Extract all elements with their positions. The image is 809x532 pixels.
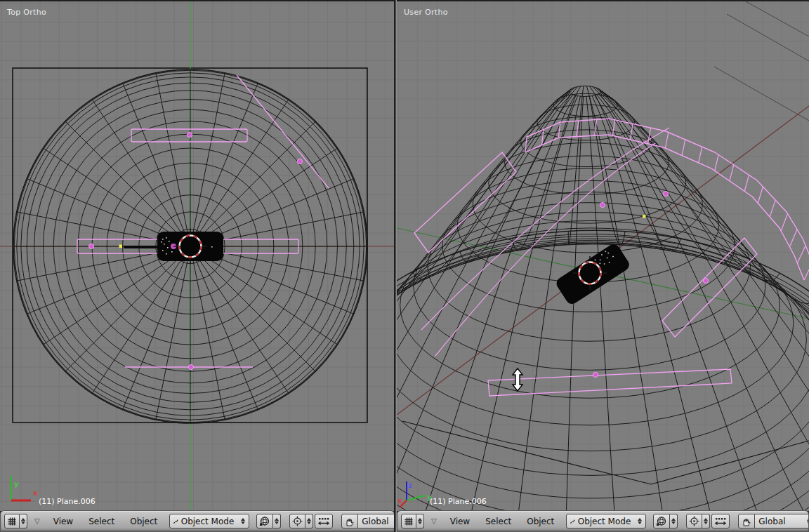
draw-type-spinner[interactable] — [273, 514, 281, 528]
menu-view[interactable]: View — [53, 517, 73, 526]
pan-hand-button[interactable] — [341, 514, 358, 528]
3d-view-top-ortho[interactable] — [0, 1, 395, 511]
hand-pan-icon — [344, 516, 355, 527]
viewport-header: ▽ View Select Object Object Mode — [397, 510, 809, 532]
axis-x-label: x — [33, 489, 37, 497]
mode-dropdown-arrows-icon — [638, 516, 642, 526]
grid-icon — [404, 517, 414, 526]
mode-dropdown[interactable]: Object Mode — [566, 514, 646, 528]
active-object-info: (11) Plane.006 — [39, 497, 96, 506]
menu-collapse-toggle[interactable]: ▽ — [431, 517, 437, 525]
pan-hand-button[interactable] — [738, 514, 755, 528]
mode-dropdown-arrows-icon — [241, 516, 245, 526]
3d-view-user-ortho[interactable] — [397, 1, 809, 511]
manipulator-button[interactable] — [711, 514, 730, 528]
object-mode-arrow-icon — [570, 517, 574, 526]
mode-dropdown[interactable]: Object Mode — [169, 514, 249, 528]
pivot-point-button[interactable] — [289, 514, 305, 528]
manipulator-button[interactable] — [315, 514, 333, 528]
pivot-point-spinner[interactable] — [305, 514, 313, 528]
draw-type-spinner[interactable] — [670, 514, 678, 528]
axis-x-label: x — [397, 497, 402, 505]
editor-type-button[interactable] — [4, 514, 20, 528]
pivot-point-icon — [689, 516, 699, 526]
mode-dropdown-value: Object Mode — [181, 517, 235, 526]
menu-collapse-toggle[interactable]: ▽ — [34, 517, 40, 525]
hand-pan-icon — [741, 516, 752, 527]
viewport-header: ▽ View Select Object Object Mode — [0, 510, 395, 532]
manipulator-icon — [714, 517, 727, 526]
globe-draw-type-icon — [259, 516, 270, 527]
pivot-point-button[interactable] — [686, 514, 702, 528]
menu-object[interactable]: Object — [130, 517, 157, 526]
axis-y-label: y — [427, 493, 432, 501]
object-mode-arrow-icon — [173, 517, 178, 526]
orientation-value: Global — [758, 517, 785, 526]
blender-window: Top Ortho (11) Plane.006 y x ▽ View Sele… — [0, 0, 809, 532]
orientation-dropdown[interactable]: Global — [755, 514, 809, 528]
orientation-value: Global — [362, 517, 388, 526]
menu-select[interactable]: Select — [88, 517, 114, 526]
menu-object[interactable]: Object — [527, 517, 554, 526]
globe-draw-type-icon — [656, 516, 667, 527]
grid-icon — [7, 517, 17, 526]
pivot-point-spinner[interactable] — [702, 514, 710, 528]
manipulator-icon — [317, 517, 330, 526]
view-label: Top Ortho — [7, 8, 46, 17]
mode-dropdown-value: Object Mode — [578, 517, 631, 526]
axis-z-label: z — [408, 481, 412, 489]
view-label: User Ortho — [404, 8, 448, 17]
active-object-info: (11) Plane.006 — [430, 497, 487, 506]
viewport-top-ortho: Top Ortho (11) Plane.006 y x ▽ View Sele… — [0, 0, 395, 532]
editor-type-spinner[interactable] — [20, 514, 27, 528]
draw-type-button[interactable] — [256, 514, 273, 528]
viewport-user-ortho: User Ortho (11) Plane.006 z y x ▽ View S… — [397, 0, 809, 532]
menu-select[interactable]: Select — [485, 517, 511, 526]
menu-view[interactable]: View — [450, 517, 470, 526]
editor-type-spinner[interactable] — [416, 514, 424, 528]
axis-y-label: y — [14, 480, 19, 488]
orientation-dropdown[interactable]: Global — [358, 514, 395, 528]
pivot-point-icon — [292, 516, 303, 526]
editor-type-button[interactable] — [401, 514, 416, 528]
draw-type-button[interactable] — [653, 514, 670, 528]
